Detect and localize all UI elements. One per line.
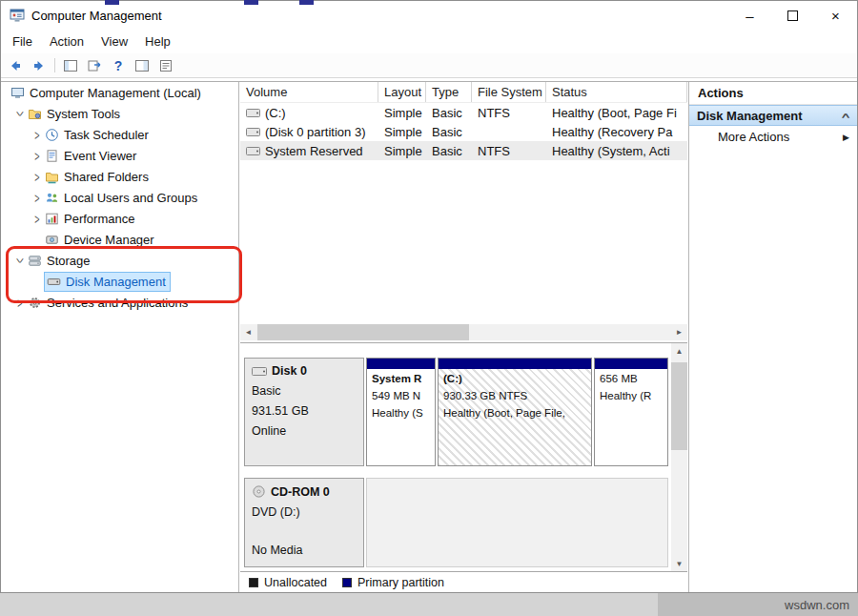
column-header-type[interactable]: Type bbox=[426, 82, 472, 102]
scroll-up-icon[interactable] bbox=[671, 343, 687, 359]
horizontal-scrollbar[interactable] bbox=[240, 324, 687, 340]
column-header-status[interactable]: Status bbox=[546, 82, 687, 102]
cdrom-title: CD-ROM 0 bbox=[271, 485, 330, 499]
expand-icon[interactable] bbox=[30, 130, 45, 140]
computer-management-window: Computer Management – × File Action View… bbox=[0, 0, 858, 593]
system-tools-icon bbox=[28, 107, 42, 121]
back-icon[interactable] bbox=[7, 57, 24, 74]
partition-recovery[interactable]: 656 MB Healthy (R bbox=[594, 358, 668, 466]
toolbar: ? bbox=[1, 53, 857, 78]
details-pane: Volume Layout Type File System Status (C… bbox=[240, 82, 687, 592]
volume-layout: Simple bbox=[378, 144, 426, 158]
tree-item-local-users-and-groups[interactable]: Local Users and Groups bbox=[1, 187, 238, 208]
caption-buttons: – × bbox=[728, 1, 857, 30]
tree-item-performance[interactable]: Performance bbox=[1, 208, 238, 229]
volume-layout: Simple bbox=[378, 125, 426, 139]
volume-row-disk0-partition3[interactable]: (Disk 0 partition 3) Simple Basic Health… bbox=[240, 122, 687, 141]
more-actions[interactable]: More Actions bbox=[689, 126, 857, 148]
watermark-text: wsdwn.com bbox=[785, 593, 849, 616]
console-tree-pane: Computer Management (Local) System Tools… bbox=[1, 82, 239, 592]
disk-size: 931.51 GB bbox=[245, 404, 363, 418]
scroll-left-icon[interactable] bbox=[240, 324, 256, 340]
actions-disk-management[interactable]: Disk Management bbox=[689, 105, 857, 126]
tree-item-shared-folders[interactable]: Shared Folders bbox=[1, 166, 238, 187]
scroll-right-icon[interactable] bbox=[671, 324, 687, 340]
expand-icon[interactable] bbox=[30, 193, 45, 203]
menu-action[interactable]: Action bbox=[41, 30, 92, 53]
tree-item-label: Computer Management (Local) bbox=[30, 86, 201, 100]
help-icon[interactable]: ? bbox=[110, 57, 127, 74]
submenu-arrow-icon bbox=[843, 133, 849, 142]
tree-item-computer-management-local[interactable]: Computer Management (Local) bbox=[1, 82, 238, 103]
tree-item-label: System Tools bbox=[47, 107, 120, 121]
legend-label: Unallocated bbox=[264, 576, 327, 589]
collapse-icon[interactable] bbox=[12, 109, 28, 119]
expand-icon[interactable] bbox=[12, 298, 28, 308]
volume-row-c[interactable]: (C:) Simple Basic NTFS Healthy (Boot, Pa… bbox=[240, 103, 687, 122]
tree-item-services-and-applications[interactable]: Services and Applications bbox=[1, 292, 238, 313]
show-hide-pane-icon[interactable] bbox=[133, 57, 151, 74]
scrollbar-thumb[interactable] bbox=[257, 324, 469, 340]
partition-legend: Unallocated Primary partition bbox=[240, 571, 687, 592]
expand-icon[interactable] bbox=[30, 172, 45, 182]
volume-list-header: Volume Layout Type File System Status bbox=[240, 82, 687, 103]
tree-item-device-manager[interactable]: Device Manager bbox=[1, 229, 238, 250]
properties-icon[interactable] bbox=[157, 57, 174, 74]
tree-item-label: Performance bbox=[64, 212, 134, 226]
scroll-down-icon[interactable] bbox=[671, 556, 687, 572]
close-button[interactable]: × bbox=[814, 1, 857, 30]
background-artifact bbox=[105, 0, 119, 5]
menu-file[interactable]: File bbox=[4, 30, 41, 53]
minimize-button[interactable]: – bbox=[728, 1, 771, 30]
disk0-info-box[interactable]: Disk 0 Basic 931.51 GB Online bbox=[244, 358, 364, 466]
volume-icon bbox=[246, 108, 260, 118]
tree-item-label: Storage bbox=[47, 254, 91, 268]
column-header-file-system[interactable]: File System bbox=[472, 82, 546, 102]
expand-icon[interactable] bbox=[30, 214, 45, 224]
maximize-button[interactable] bbox=[771, 1, 814, 30]
export-list-icon[interactable] bbox=[86, 57, 103, 74]
tree-item-label: Shared Folders bbox=[64, 170, 149, 184]
collapse-up-icon[interactable] bbox=[843, 111, 848, 121]
partition-system-reserved[interactable]: System R 549 MB N Healthy (S bbox=[366, 358, 436, 466]
legend-label: Primary partition bbox=[358, 576, 444, 589]
tree-item-label: Disk Management bbox=[66, 275, 166, 289]
volume-name: (Disk 0 partition 3) bbox=[265, 125, 365, 139]
tree-item-system-tools[interactable]: System Tools bbox=[1, 103, 238, 124]
selected-item-highlight: Disk Management bbox=[45, 273, 170, 291]
pane-splitter[interactable] bbox=[240, 342, 687, 343]
partition-size: 549 MB N bbox=[372, 390, 430, 401]
volume-row-system-reserved[interactable]: System Reserved Simple Basic NTFS Health… bbox=[240, 141, 687, 160]
volume-fs: NTFS bbox=[472, 106, 546, 120]
tree-item-event-viewer[interactable]: Event Viewer bbox=[1, 145, 238, 166]
column-header-volume[interactable]: Volume bbox=[240, 82, 378, 102]
vertical-scrollbar[interactable] bbox=[671, 343, 687, 572]
show-console-tree-icon[interactable] bbox=[62, 57, 79, 74]
cdrom-info-box[interactable]: CD-ROM 0 DVD (D:) No Media bbox=[244, 478, 364, 567]
column-header-layout[interactable]: Layout bbox=[378, 82, 426, 102]
volume-status: Healthy (Recovery Pa bbox=[546, 125, 687, 139]
scrollbar-thumb[interactable] bbox=[671, 362, 687, 450]
partition-color-bar bbox=[439, 359, 591, 369]
cdrom-media-area[interactable] bbox=[366, 478, 668, 567]
partition-name: (C:) bbox=[443, 373, 586, 384]
disk-title: Disk 0 bbox=[272, 364, 307, 378]
volume-status: Healthy (System, Acti bbox=[546, 144, 687, 158]
forward-icon[interactable] bbox=[31, 57, 48, 74]
expand-icon[interactable] bbox=[30, 151, 45, 161]
background-artifact bbox=[244, 0, 258, 5]
more-actions-label: More Actions bbox=[718, 130, 789, 144]
volume-icon bbox=[246, 146, 260, 156]
volume-fs: NTFS bbox=[472, 144, 546, 158]
tree-item-disk-management[interactable]: Disk Management bbox=[1, 271, 238, 292]
collapse-icon[interactable] bbox=[12, 256, 28, 266]
disk-status: Online bbox=[245, 424, 363, 438]
partition-c-drive[interactable]: (C:) 930.33 GB NTFS Healthy (Boot, Page … bbox=[438, 358, 592, 466]
menu-view[interactable]: View bbox=[92, 30, 136, 53]
tree-item-storage[interactable]: Storage bbox=[1, 250, 238, 271]
tree-item-task-scheduler[interactable]: Task Scheduler bbox=[1, 124, 238, 145]
menu-help[interactable]: Help bbox=[136, 30, 179, 53]
task-scheduler-icon bbox=[45, 128, 59, 142]
bottom-strip: wsdwn.com bbox=[0, 593, 858, 616]
maximize-icon bbox=[787, 10, 798, 21]
